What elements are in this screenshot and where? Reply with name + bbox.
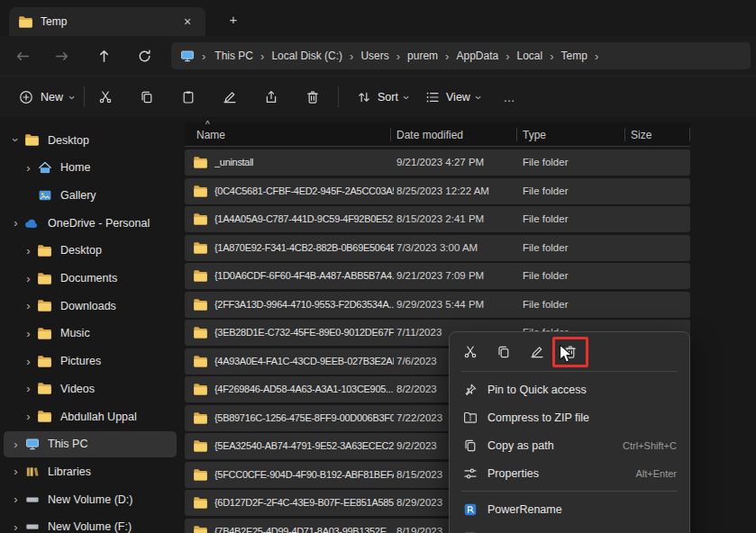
breadcrumb-item-local-disk-c[interactable]: Local Disk (C:) xyxy=(266,48,348,64)
folder-icon xyxy=(35,382,54,395)
menu-copy-button[interactable] xyxy=(489,339,518,366)
breadcrumb-item-temp[interactable]: Temp xyxy=(556,48,593,64)
column-divider[interactable] xyxy=(689,128,690,141)
chevron-right-icon[interactable]: › xyxy=(22,245,35,257)
plus-circle-icon xyxy=(19,90,33,104)
refresh-button[interactable] xyxy=(130,43,159,68)
menu-item-label: Properties xyxy=(487,467,626,480)
chevron-right-icon[interactable]: › xyxy=(22,383,35,394)
sidebar-item-desktop[interactable]: ›Desktop xyxy=(4,238,177,264)
column-divider[interactable] xyxy=(516,128,517,141)
monitor-icon xyxy=(23,437,41,451)
new-tab-button[interactable]: + xyxy=(223,9,243,29)
rename-button[interactable] xyxy=(213,84,247,111)
share-button[interactable] xyxy=(254,84,288,111)
paste-button[interactable] xyxy=(171,84,205,111)
breadcrumb-item-local[interactable]: Local xyxy=(512,48,549,64)
chevron-right-icon[interactable]: › xyxy=(22,356,35,367)
column-size[interactable]: Size xyxy=(631,129,651,141)
column-date-modified[interactable]: Date modified xyxy=(396,129,463,141)
chevron-down-icon[interactable]: › xyxy=(9,134,23,146)
menu-cut-button[interactable] xyxy=(456,339,485,366)
chevron-right-icon: › xyxy=(548,50,555,62)
view-button[interactable]: View › xyxy=(416,84,489,111)
folder-icon xyxy=(193,355,208,368)
menu-item-properties[interactable]: PropertiesAlt+Enter xyxy=(454,459,685,487)
folder-icon xyxy=(193,496,208,510)
breadcrumb-item-appdata[interactable]: AppData xyxy=(451,48,504,64)
column-header-row: Name ^ Date modified Type Size xyxy=(185,122,690,147)
menu-item-powerrename[interactable]: PowerRename xyxy=(454,495,685,523)
column-type[interactable]: Type xyxy=(523,129,546,141)
sidebar-item-music[interactable]: ›Music xyxy=(4,321,177,347)
menu-item-label: Pin to Quick access xyxy=(487,384,668,396)
sidebar-item-videos[interactable]: ›Videos xyxy=(4,375,177,402)
breadcrumb-item-this-pc[interactable]: This PC xyxy=(209,48,259,64)
sidebar-item-desktop[interactable]: ›Desktop xyxy=(4,127,177,153)
up-button[interactable] xyxy=(89,43,118,68)
copy-button[interactable] xyxy=(130,84,164,111)
chevron-right-icon[interactable]: › xyxy=(22,328,35,339)
chevron-right-icon[interactable]: › xyxy=(22,300,35,312)
column-divider[interactable] xyxy=(390,128,391,141)
menu-item-copy-as-path[interactable]: Copy as pathCtrl+Shift+C xyxy=(454,431,685,459)
menu-item-open-in-terminal[interactable]: Open in Terminal xyxy=(454,523,685,533)
delete-button[interactable] xyxy=(296,84,330,111)
breadcrumb-item-purem[interactable]: purem xyxy=(402,48,443,64)
library-icon xyxy=(23,465,41,479)
chevron-down-icon: › xyxy=(477,92,480,104)
column-name[interactable]: Name xyxy=(196,129,225,141)
chevron-right-icon[interactable]: › xyxy=(22,162,35,174)
menu-item-pin-to-quick-access[interactable]: Pin to Quick access xyxy=(454,375,685,403)
chevron-right-icon[interactable]: › xyxy=(9,465,23,477)
file-row[interactable]: {0C4C5681-CFBF-4ED2-945F-2A5CC03A5...8/2… xyxy=(185,178,690,204)
sidebar-item-downloads[interactable]: ›Downloads xyxy=(4,293,177,319)
menu-item-label: Compress to ZIP file xyxy=(487,411,668,424)
sidebar-item-libraries[interactable]: ›Libraries xyxy=(4,458,177,484)
file-row[interactable]: {1A4A05A9-C787-441D-9C59-4F92B0E52...8/1… xyxy=(185,206,690,232)
menu-rename-button[interactable] xyxy=(523,339,551,366)
chevron-right-icon[interactable]: › xyxy=(9,438,23,450)
menu-item-compress-to-zip-file[interactable]: Compress to ZIP file xyxy=(454,403,685,431)
paste-icon xyxy=(181,90,196,104)
sidebar-item-documents[interactable]: ›Documents xyxy=(4,266,177,292)
new-button[interactable]: New › xyxy=(9,84,84,111)
file-row[interactable]: {1A870E92-F341-4CB2-882B-0B69E5064E...7/… xyxy=(185,235,690,261)
chevron-right-icon[interactable]: › xyxy=(9,493,23,505)
forward-button[interactable] xyxy=(47,43,76,68)
chevron-right-icon[interactable]: › xyxy=(9,217,23,229)
chevron-right-icon[interactable]: › xyxy=(22,273,35,285)
sidebar-item-onedrive-personal[interactable]: ›OneDrive - Personal xyxy=(4,210,177,236)
properties-icon xyxy=(462,466,478,481)
window-tab[interactable]: Temp × xyxy=(9,7,205,36)
chevron-right-icon[interactable]: › xyxy=(22,411,35,422)
back-button[interactable] xyxy=(8,43,37,68)
file-row[interactable]: {1D0A6CDF-6F60-4F4B-A487-ABB5B7A4...9/21… xyxy=(185,263,690,289)
chevron-right-icon: › xyxy=(395,50,402,62)
sidebar-item-gallery[interactable]: Gallery xyxy=(4,182,177,208)
close-tab-icon[interactable]: × xyxy=(178,13,196,31)
menu-delete-button[interactable] xyxy=(556,339,585,366)
sidebar-item-this-pc[interactable]: ›This PC xyxy=(4,431,177,457)
rename-icon xyxy=(223,90,237,104)
cut-button[interactable] xyxy=(88,84,123,111)
chevron-right-icon: › xyxy=(200,50,207,62)
sidebar-item-abdullah-uppal[interactable]: ›Abdullah Uppal xyxy=(4,403,177,429)
sort-button[interactable]: Sort › xyxy=(348,84,417,111)
file-name: {1D0A6CDF-6F60-4F4B-A487-ABB5B7A4... xyxy=(214,270,394,281)
sidebar-item-label: Libraries xyxy=(48,465,91,478)
column-divider[interactable] xyxy=(624,128,625,141)
file-name: {0C4C5681-CFBF-4ED2-945F-2A5CC03A5... xyxy=(214,185,394,196)
file-row[interactable]: _uninstall9/21/2023 4:27 PMFile folder xyxy=(185,149,690,176)
copy-icon xyxy=(140,90,154,104)
breadcrumb: This PC›Local Disk (C:)›Users›purem›AppD… xyxy=(209,48,600,64)
sidebar-item-new-volume-d[interactable]: ›New Volume (D:) xyxy=(4,486,177,512)
more-options-button[interactable]: … xyxy=(494,84,524,111)
address-bar[interactable]: › This PC›Local Disk (C:)›Users›purem›Ap… xyxy=(171,42,751,69)
file-row[interactable]: {2FF3A13D-9964-4710-9553-F2D63534A...9/2… xyxy=(185,292,690,318)
chevron-right-icon[interactable]: › xyxy=(9,521,23,533)
sidebar-item-pictures[interactable]: ›Pictures xyxy=(4,348,177,375)
sidebar-item-home[interactable]: ›Home xyxy=(4,155,177,181)
sidebar-item-new-volume-f[interactable]: ›New Volume (F:) xyxy=(4,514,177,533)
breadcrumb-item-users[interactable]: Users xyxy=(355,48,394,64)
